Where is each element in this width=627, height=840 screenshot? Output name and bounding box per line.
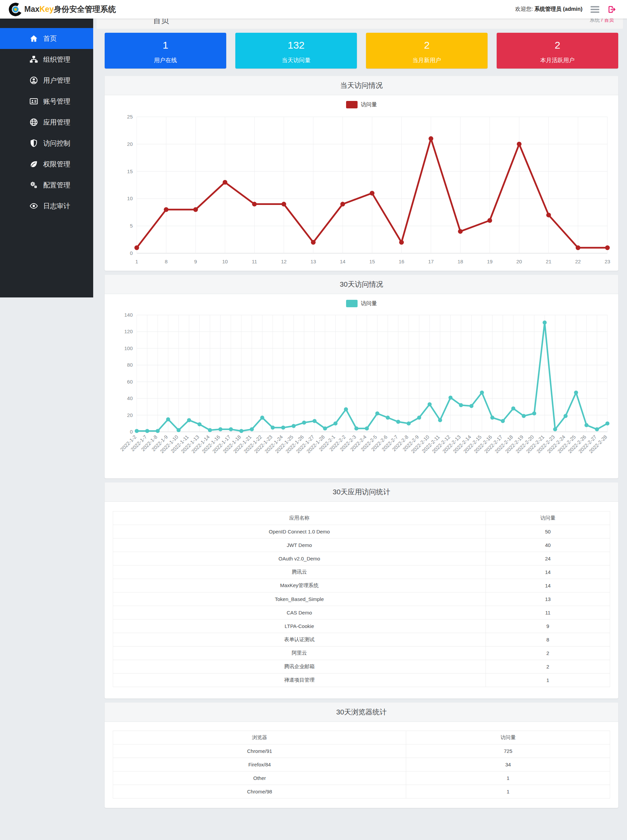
sidebar-item-3[interactable]: 账号管理 [0,91,93,112]
sidebar-item-label: 用户管理 [43,76,70,85]
svg-text:14: 14 [340,259,345,264]
table-cell: 表单认证测试 [113,633,486,647]
sidebar-item-4[interactable]: 应用管理 [0,112,93,133]
table-cell: 1 [406,771,610,785]
svg-text:11: 11 [252,259,257,264]
table-cell: Chrome/91 [113,744,406,758]
panel-today-visits-title: 当天访问情况 [105,76,618,95]
logout-icon[interactable] [607,5,616,14]
sidebar-item-1[interactable]: 组织管理 [0,49,93,70]
table-row: OAuth v2.0_Demo24 [113,552,610,566]
column-header: 访问量 [486,511,610,525]
sidebar-item-label: 应用管理 [43,118,70,127]
panel-app-stats-title: 30天应用访问统计 [105,483,618,502]
table-cell: 24 [486,552,610,566]
gears-icon [30,181,38,189]
svg-text:18: 18 [457,259,463,264]
sidebar-item-0[interactable]: 首页 [0,28,93,49]
chart1-legend-label: 访问量 [361,101,377,109]
panel-30day-visits: 30天访问情况 访问量 0204060801001201402022-1-220… [105,275,618,478]
svg-text:20: 20 [127,412,133,418]
globe-icon [30,118,38,126]
sitemap-icon [30,55,38,63]
svg-text:22: 22 [575,259,581,264]
table-row: JWT Demo40 [113,538,610,552]
sidebar-nav: 首页组织管理用户管理账号管理应用管理访问控制权限管理配置管理日志审计 [0,19,93,297]
table-cell: 2 [486,647,610,660]
svg-text:10: 10 [127,195,133,201]
table-cell: OAuth v2.0_Demo [113,552,486,566]
stat-cards-row: 1用户在线132当天访问量2当月新用户2本月活跃用户 [105,33,618,69]
sidebar-item-label: 访问控制 [43,139,70,148]
stat-card-value: 2 [497,33,618,51]
table-cell: 1 [406,785,610,799]
table-cell: Token_Based_Simple [113,593,486,606]
svg-text:17: 17 [428,259,433,264]
table-cell: 34 [406,758,610,771]
table-cell: 725 [406,744,610,758]
table-cell: LTPA-Cookie [113,620,486,633]
sidebar-item-8[interactable]: 日志审计 [0,195,93,216]
table-row: LTPA-Cookie9 [113,620,610,633]
table-cell: 14 [486,579,610,593]
table-cell: 禅道项目管理 [113,673,486,687]
stat-card-value: 2 [366,33,488,51]
svg-text:12: 12 [281,259,287,264]
app-title-max: Max [24,5,39,14]
table-row: 腾讯企业邮箱2 [113,660,610,673]
table-cell: 1 [486,673,610,687]
stat-card-0: 1用户在线 [105,33,226,69]
table-cell: 13 [486,593,610,606]
panel-app-stats: 30天应用访问统计 应用名称访问量OpenID Connect 1.0 Demo… [105,483,618,698]
sidebar-item-label: 权限管理 [43,160,70,169]
svg-text:16: 16 [399,259,404,264]
table-cell: Other [113,771,406,785]
table-row: Other1 [113,771,610,785]
stat-card-label: 当月新用户 [366,57,488,64]
welcome-username: 系统管理员 (admin) [534,6,583,12]
svg-text:0: 0 [130,429,132,434]
sidebar-item-5[interactable]: 访问控制 [0,133,93,154]
table-row: Token_Based_Simple13 [113,593,610,606]
panel-browser-stats: 30天浏览器统计 浏览器访问量Chrome/91725Firefox/8434O… [105,703,618,808]
stat-card-1: 132当天访问量 [235,33,357,69]
column-header: 访问量 [406,731,610,744]
panel-today-visits: 当天访问情况 访问量 05101520251891011121314151617… [105,76,618,271]
app-title-suffix: 身份安全管理系统 [54,5,116,14]
table-row: OpenID Connect 1.0 Demo50 [113,525,610,538]
sidebar-item-2[interactable]: 用户管理 [0,70,93,91]
stat-card-2: 2当月新用户 [366,33,488,69]
table-row: 腾讯云14 [113,566,610,579]
stat-card-label: 当天访问量 [235,57,357,64]
svg-text:100: 100 [124,345,132,351]
table-cell: 腾讯云 [113,566,486,579]
sidebar-item-7[interactable]: 配置管理 [0,175,93,195]
chart1-legend-swatch [346,101,358,109]
svg-text:60: 60 [127,379,133,385]
table-cell: 40 [486,538,610,552]
panel-browser-stats-title: 30天浏览器统计 [105,703,618,722]
stat-card-value: 132 [235,33,357,51]
menu-toggle-icon[interactable] [591,6,599,13]
svg-text:13: 13 [310,259,316,264]
table-row: 禅道项目管理1 [113,673,610,687]
app-title: MaxKey身份安全管理系统 [24,4,116,14]
chart1-legend: 访问量 [105,97,618,112]
sidebar-item-label: 日志审计 [43,201,70,211]
table-header-row: 浏览器访问量 [113,731,610,744]
shield-icon [30,139,38,147]
maxkey-logo-icon [9,3,22,16]
leaf-icon [30,160,38,168]
svg-text:25: 25 [127,114,133,120]
welcome-text: 欢迎您: 系统管理员 (admin) [515,6,583,13]
sidebar-item-6[interactable]: 权限管理 [0,154,93,175]
sidebar-item-label: 配置管理 [43,181,70,190]
chart2-legend: 访问量 [105,296,618,311]
table-cell: 8 [486,633,610,647]
main-content: 首页 系统 / 首页 1用户在线132当天访问量2当月新用户2本月活跃用户 当天… [93,0,627,819]
chart2-legend-swatch [346,300,358,307]
table-row: Chrome/981 [113,785,610,799]
table-cell: OpenID Connect 1.0 Demo [113,525,486,538]
sidebar-item-label: 组织管理 [43,55,70,64]
app-access-table: 应用名称访问量OpenID Connect 1.0 Demo50JWT Demo… [113,511,610,687]
